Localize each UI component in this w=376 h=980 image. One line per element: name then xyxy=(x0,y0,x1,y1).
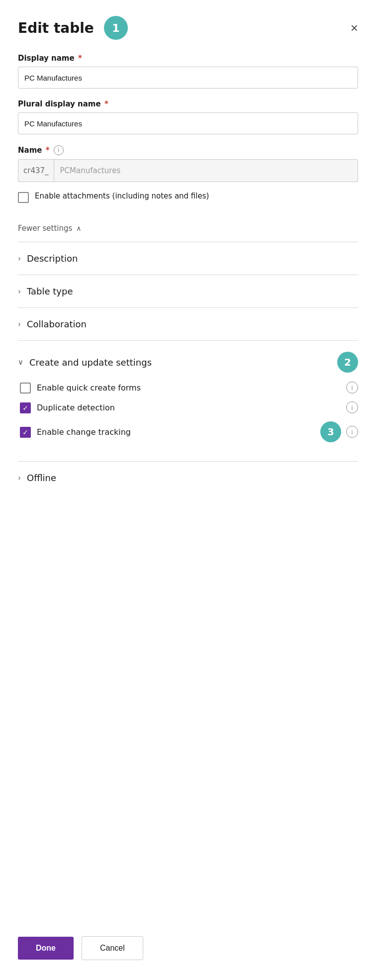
chevron-right-tabletype-icon: › xyxy=(18,287,21,296)
name-input-row: cr437_ PCManufactures xyxy=(18,159,358,182)
table-type-section: › Table type xyxy=(18,275,358,307)
create-update-header[interactable]: ∨ Create and update settings xyxy=(18,357,152,368)
change-tracking-checkbox[interactable] xyxy=(20,427,31,438)
header-left: Edit table 1 xyxy=(18,16,128,40)
quick-create-forms-checkbox[interactable] xyxy=(20,383,31,393)
table-type-title: Table type xyxy=(27,286,73,296)
enable-attachments-row[interactable]: Enable attachments (including notes and … xyxy=(18,191,358,203)
offline-header[interactable]: › Offline xyxy=(18,473,358,483)
chevron-right-offline-icon: › xyxy=(18,474,21,483)
name-prefix: cr437_ xyxy=(18,160,54,182)
panel-title: Edit table xyxy=(18,20,94,36)
change-tracking-info-icon[interactable]: i xyxy=(346,426,358,438)
close-button[interactable]: × xyxy=(351,21,358,34)
chevron-right-description-icon: › xyxy=(18,254,21,263)
duplicate-detection-info-icon[interactable]: i xyxy=(346,401,358,413)
chevron-up-icon: ∧ xyxy=(76,224,81,232)
step-badge-3: 3 xyxy=(320,421,341,442)
step-badge-1: 1 xyxy=(104,16,128,40)
name-section: Name * i cr437_ PCManufactures xyxy=(18,145,358,182)
change-tracking-label: Enable change tracking xyxy=(37,427,131,437)
name-info-icon[interactable]: i xyxy=(54,145,64,155)
create-update-section: ∨ Create and update settings 2 Enable qu… xyxy=(18,341,358,461)
offline-section: › Offline xyxy=(18,462,358,494)
quick-create-forms-row: Enable quick create forms i xyxy=(20,382,358,393)
create-update-content: Enable quick create forms i Duplicate de… xyxy=(18,382,358,442)
chevron-down-createupdate-icon: ∨ xyxy=(18,358,23,367)
collaboration-title: Collaboration xyxy=(27,319,87,329)
edit-table-panel: Edit table 1 × Display name * Plural dis… xyxy=(0,0,376,980)
collaboration-section: › Collaboration xyxy=(18,308,358,340)
duplicate-detection-checkbox[interactable] xyxy=(20,402,31,413)
cancel-button[interactable]: Cancel xyxy=(82,936,143,960)
description-section: › Description xyxy=(18,242,358,275)
done-button[interactable]: Done xyxy=(18,937,74,960)
enable-attachments-label: Enable attachments (including notes and … xyxy=(35,191,209,201)
change-tracking-row: Enable change tracking 3 i xyxy=(20,421,358,442)
collaboration-header[interactable]: › Collaboration xyxy=(18,319,358,329)
description-header[interactable]: › Description xyxy=(18,253,358,264)
fewer-settings-label: Fewer settings xyxy=(18,224,72,233)
name-label: Name * xyxy=(18,146,50,155)
display-name-input[interactable] xyxy=(18,67,358,89)
footer: Done Cancel xyxy=(18,920,358,960)
duplicate-detection-label: Duplicate detection xyxy=(37,403,115,412)
panel-header: Edit table 1 × xyxy=(18,16,358,40)
duplicate-detection-row: Duplicate detection i xyxy=(20,401,358,413)
fewer-settings-toggle[interactable]: Fewer settings ∧ xyxy=(18,224,358,233)
create-update-title: Create and update settings xyxy=(29,357,152,368)
display-name-label: Display name * xyxy=(18,54,358,63)
step-badge-2: 2 xyxy=(337,352,358,373)
table-type-header[interactable]: › Table type xyxy=(18,286,358,296)
offline-title: Offline xyxy=(27,473,56,483)
plural-display-name-input[interactable] xyxy=(18,112,358,134)
chevron-right-collaboration-icon: › xyxy=(18,320,21,329)
quick-create-forms-label: Enable quick create forms xyxy=(37,383,141,392)
enable-attachments-checkbox[interactable] xyxy=(18,192,29,203)
name-suffix: PCManufactures xyxy=(54,160,127,182)
description-title: Description xyxy=(27,253,78,264)
quick-create-forms-info-icon[interactable]: i xyxy=(346,382,358,393)
plural-display-name-label: Plural display name * xyxy=(18,99,358,108)
